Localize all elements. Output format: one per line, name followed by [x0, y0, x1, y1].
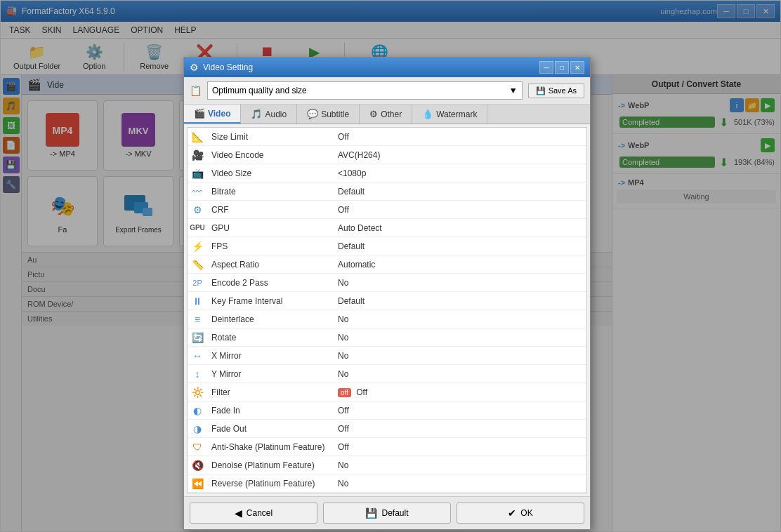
- modal-overlay: ⚙ Video Setting ─ □ ✕ 📋 Optimum quality …: [1, 1, 780, 531]
- video-size-label: Video Size: [207, 166, 334, 181]
- denoise-label: Denoise (Platinum Feature): [207, 458, 334, 473]
- dialog-tabs: 🎬 Video 🎵 Audio 💬 Subtitle ⚙ Other 💧: [184, 105, 590, 124]
- settings-row-anti-shake[interactable]: 🛡 Anti-Shake (Platinum Feature) Off: [188, 438, 586, 456]
- video-size-value: <1080p: [334, 166, 586, 181]
- cancel-icon: ◀: [235, 507, 242, 519]
- settings-row-bitrate[interactable]: 〰 Bitrate Default: [188, 182, 586, 201]
- encode-2pass-icon: 2P: [188, 277, 207, 288]
- denoise-value: No: [334, 458, 586, 473]
- save-as-icon: 💾: [536, 86, 546, 95]
- preset-select[interactable]: Optimum quality and size ▼: [207, 81, 523, 100]
- filter-value: off Off: [334, 385, 586, 400]
- settings-row-keyframe[interactable]: ⏸ Key Frame Interval Default: [188, 292, 586, 310]
- fade-in-value: Off: [334, 403, 586, 418]
- tab-audio-icon: 🎵: [251, 109, 262, 119]
- tab-subtitle-icon: 💬: [307, 109, 318, 119]
- settings-table: 📐 Size Limit Off 🎥 Video Encode AVC(H264…: [187, 127, 587, 493]
- settings-row-video-size[interactable]: 📺 Video Size <1080p: [188, 164, 586, 182]
- ok-button[interactable]: ✔ OK: [457, 503, 584, 524]
- dialog-maximize-button[interactable]: □: [555, 61, 569, 74]
- bitrate-icon: 〰: [188, 185, 207, 199]
- settings-row-deinterlace[interactable]: ≡ Deinterlace No: [188, 310, 586, 328]
- settings-row-denoise[interactable]: 🔇 Denoise (Platinum Feature) No: [188, 456, 586, 474]
- filter-label: Filter: [207, 385, 334, 400]
- gpu-label: GPU: [207, 220, 334, 236]
- keyframe-value: Default: [334, 293, 586, 309]
- tab-watermark[interactable]: 💧 Watermark: [412, 105, 487, 124]
- tab-video-icon: 🎬: [194, 108, 205, 119]
- deinterlace-icon: ≡: [188, 312, 207, 326]
- size-limit-value: Off: [334, 129, 586, 145]
- keyframe-label: Key Frame Interval: [207, 293, 334, 309]
- fade-out-icon: ◑: [188, 422, 207, 436]
- default-button[interactable]: 💾 Default: [323, 503, 451, 524]
- tab-other-icon: ⚙: [369, 109, 378, 119]
- settings-row-size-limit[interactable]: 📐 Size Limit Off: [188, 128, 586, 146]
- dialog-close-button[interactable]: ✕: [570, 61, 584, 74]
- x-mirror-value: No: [334, 348, 586, 364]
- dialog-minimize-button[interactable]: ─: [539, 61, 553, 74]
- aspect-ratio-icon: 📏: [188, 258, 207, 272]
- settings-row-y-mirror[interactable]: ↕ Y Mirror No: [188, 365, 586, 383]
- bitrate-label: Bitrate: [207, 184, 334, 199]
- tab-video[interactable]: 🎬 Video: [184, 105, 241, 124]
- encode-2pass-value: No: [334, 275, 586, 291]
- settings-row-video-encode[interactable]: 🎥 Video Encode AVC(H264): [188, 146, 586, 164]
- reverse-label: Reverse (Platinum Feature): [207, 476, 334, 491]
- video-encode-value: AVC(H264): [334, 147, 586, 163]
- default-icon: 💾: [365, 507, 377, 519]
- settings-row-fps[interactable]: ⚡ FPS Default: [188, 237, 586, 255]
- encode-2pass-label: Encode 2 Pass: [207, 275, 334, 291]
- main-window: 🏭 FormatFactory X64 5.9.0 uinghezhap.com…: [0, 0, 781, 532]
- tab-watermark-icon: 💧: [422, 109, 433, 119]
- tab-audio[interactable]: 🎵 Audio: [241, 105, 297, 124]
- dialog-controls: ─ □ ✕: [539, 61, 584, 74]
- cancel-button[interactable]: ◀ Cancel: [190, 503, 317, 524]
- rotate-value: No: [334, 330, 586, 345]
- reverse-value: No: [334, 476, 586, 491]
- settings-row-gpu[interactable]: GPU GPU Auto Detect: [188, 219, 586, 237]
- video-encode-icon: 🎥: [188, 148, 207, 162]
- settings-row-rotate[interactable]: 🔄 Rotate No: [188, 328, 586, 347]
- y-mirror-label: Y Mirror: [207, 366, 334, 382]
- dialog-title-icon: ⚙: [190, 62, 199, 73]
- settings-row-reverse[interactable]: ⏪ Reverse (Platinum Feature) No: [188, 474, 586, 493]
- bitrate-value: Default: [334, 184, 586, 199]
- y-mirror-value: No: [334, 366, 586, 382]
- settings-row-crf[interactable]: ⚙ CRF Off: [188, 201, 586, 219]
- settings-row-aspect-ratio[interactable]: 📏 Aspect Ratio Automatic: [188, 255, 586, 274]
- settings-row-x-mirror[interactable]: ↔ X Mirror No: [188, 347, 586, 365]
- video-size-icon: 📺: [188, 166, 207, 180]
- fps-icon: ⚡: [188, 239, 207, 253]
- size-limit-icon: 📐: [188, 130, 207, 144]
- size-limit-label: Size Limit: [207, 129, 334, 145]
- gpu-value: Auto Detect: [334, 220, 586, 236]
- filter-off-badge: off: [338, 388, 351, 397]
- fade-out-label: Fade Out: [207, 421, 334, 437]
- settings-row-encode-2pass[interactable]: 2P Encode 2 Pass No: [188, 274, 586, 292]
- x-mirror-icon: ↔: [188, 349, 207, 363]
- fade-in-icon: ◐: [188, 404, 207, 418]
- rotate-icon: 🔄: [188, 331, 207, 345]
- tab-subtitle[interactable]: 💬 Subtitle: [297, 105, 360, 124]
- deinterlace-label: Deinterlace: [207, 312, 334, 327]
- keyframe-icon: ⏸: [188, 294, 207, 308]
- denoise-icon: 🔇: [188, 458, 207, 472]
- settings-row-fade-out[interactable]: ◑ Fade Out Off: [188, 420, 586, 438]
- crf-value: Off: [334, 202, 586, 218]
- tab-other[interactable]: ⚙ Other: [360, 105, 412, 124]
- fps-value: Default: [334, 239, 586, 254]
- dialog-toolbar: 📋 Optimum quality and size ▼ 💾 Save As: [184, 77, 590, 105]
- ok-icon: ✔: [508, 507, 516, 519]
- dialog-titlebar: ⚙ Video Setting ─ □ ✕: [184, 58, 590, 77]
- x-mirror-label: X Mirror: [207, 348, 334, 364]
- deinterlace-value: No: [334, 312, 586, 327]
- settings-row-fade-in[interactable]: ◐ Fade In Off: [188, 401, 586, 420]
- y-mirror-icon: ↕: [188, 367, 207, 381]
- save-as-button[interactable]: 💾 Save As: [528, 84, 584, 98]
- fps-label: FPS: [207, 239, 334, 254]
- aspect-ratio-label: Aspect Ratio: [207, 257, 334, 272]
- settings-row-filter[interactable]: 🔆 Filter off Off: [188, 383, 586, 401]
- video-encode-label: Video Encode: [207, 147, 334, 163]
- dialog-footer: ◀ Cancel 💾 Default ✔ OK: [184, 496, 590, 529]
